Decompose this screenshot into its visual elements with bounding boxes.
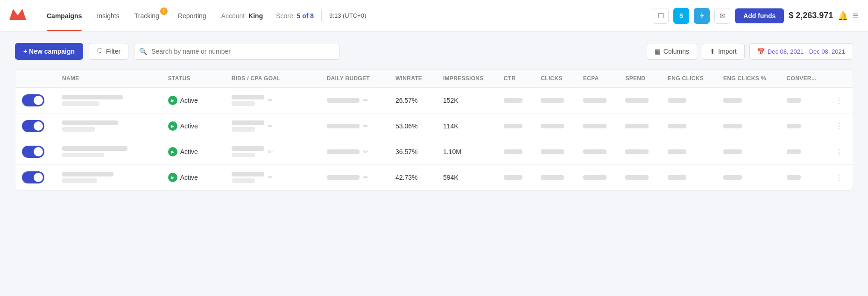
row3-ctr-cell <box>497 139 534 165</box>
filter-icon: ⛉ <box>97 48 103 55</box>
col-actions <box>829 70 853 88</box>
col-header-ctr: CTR <box>497 70 534 88</box>
columns-button[interactable]: ▦ Columns <box>647 43 697 60</box>
row2-eng-clicks-pct-cell <box>717 113 780 139</box>
row3-budget-edit-icon[interactable]: ✏ <box>363 148 368 155</box>
nav-campaigns[interactable]: Campaigns <box>39 1 89 31</box>
row4-eng-clicks-pct-cell <box>717 165 780 190</box>
search-icon: 🔍 <box>139 48 147 55</box>
add-funds-button[interactable]: Add funds <box>735 8 784 23</box>
row2-ecpa-cell <box>577 113 619 139</box>
row2-spend-cell <box>619 113 661 139</box>
filter-button[interactable]: ⛉ Filter <box>89 43 128 60</box>
row4-status-cell: Active <box>162 165 225 190</box>
table-row: Active ✏ <box>15 139 853 165</box>
row3-toggle-cell <box>15 139 56 165</box>
nav-reporting[interactable]: Reporting <box>170 1 214 31</box>
row1-eng-clicks-cell <box>661 88 717 113</box>
row3-impressions: 1.10M <box>443 148 461 155</box>
row4-more-cell: ⋮ <box>829 165 853 190</box>
row2-more-icon[interactable]: ⋮ <box>835 122 843 130</box>
screen-icon-btn[interactable]: ☐ <box>653 8 669 24</box>
row2-conv-cell <box>780 113 829 139</box>
col-header-conversions: CONVER... <box>780 70 829 88</box>
row2-name-cell <box>56 113 162 139</box>
row2-ctr-cell <box>497 113 534 139</box>
main-content: + New campaign ⛉ Filter 🔍 ▦ Columns ⬆ Im… <box>0 32 868 202</box>
row3-ecpa-cell <box>577 139 619 165</box>
row2-bids-cell: ✏ <box>225 113 320 139</box>
row1-bids-cell: ✏ <box>225 88 320 113</box>
telegram-btn[interactable]: ✈ <box>694 8 710 24</box>
import-button[interactable]: ⬆ Import <box>702 43 745 60</box>
header-right: ☐ S ✈ ✉ Add funds $ 2,263.971 🔔 ≡ <box>653 8 859 24</box>
row3-spend-cell <box>619 139 661 165</box>
row4-name-cell <box>56 165 162 190</box>
row1-status-cell: Active <box>162 88 225 113</box>
row4-budget-edit-icon[interactable]: ✏ <box>363 174 368 181</box>
logo <box>9 9 26 22</box>
date-range-button[interactable]: 📅 Dec 08, 2021 - Dec 08, 2021 <box>749 43 853 60</box>
row1-more-icon[interactable]: ⋮ <box>835 97 843 105</box>
row1-toggle-cell <box>15 88 56 113</box>
row1-toggle[interactable] <box>22 94 44 106</box>
nav-insights[interactable]: Insights <box>89 1 127 31</box>
nav-tracking[interactable]: Tracking ! <box>127 1 170 31</box>
row3-eng-clicks-pct-cell <box>717 139 780 165</box>
row4-bids-edit-icon[interactable]: ✏ <box>268 174 273 181</box>
col-header-status: STATUS <box>162 70 225 88</box>
skype-btn[interactable]: S <box>673 8 689 24</box>
email-btn[interactable]: ✉ <box>714 8 730 24</box>
row2-winrate: 53.06% <box>395 122 417 130</box>
row4-winrate-cell: 42.73% <box>389 165 437 190</box>
search-input[interactable] <box>134 43 339 60</box>
col-header-winrate: WINRATE <box>389 70 437 88</box>
col-header-spend: SPEND <box>619 70 661 88</box>
score-value: 5 of 8 <box>297 12 314 20</box>
row2-toggle-cell <box>15 113 56 139</box>
new-campaign-button[interactable]: + New campaign <box>15 43 83 60</box>
row2-winrate-cell: 53.06% <box>389 113 437 139</box>
row4-more-icon[interactable]: ⋮ <box>835 174 843 182</box>
calendar-icon: 📅 <box>757 48 765 55</box>
menu-icon[interactable]: ≡ <box>853 10 859 21</box>
row2-budget-edit-icon[interactable]: ✏ <box>363 123 368 129</box>
col-header-bids: BIDS / CPA GOAL <box>225 70 320 88</box>
row3-bids-cell: ✏ <box>225 139 320 165</box>
row3-winrate-cell: 36.57% <box>389 139 437 165</box>
toolbar: + New campaign ⛉ Filter 🔍 ▦ Columns ⬆ Im… <box>15 43 853 60</box>
row4-ecpa-cell <box>577 165 619 190</box>
row1-status-label: Active <box>180 97 198 104</box>
row2-eng-clicks-cell <box>661 113 717 139</box>
col-header-name: NAME <box>56 70 162 88</box>
svg-marker-0 <box>9 9 26 20</box>
row4-toggle-cell <box>15 165 56 190</box>
row3-status-cell: Active <box>162 139 225 165</box>
row3-more-icon[interactable]: ⋮ <box>835 148 843 156</box>
row1-budget-edit-icon[interactable]: ✏ <box>363 97 368 104</box>
row1-bids-edit-icon[interactable]: ✏ <box>268 97 273 104</box>
import-icon: ⬆ <box>710 48 715 55</box>
row3-toggle[interactable] <box>22 146 44 158</box>
row4-status-dot <box>168 173 177 182</box>
skype-icon: S <box>679 12 684 19</box>
row1-more-cell: ⋮ <box>829 88 853 113</box>
row1-clicks-cell <box>534 88 577 113</box>
row1-winrate: 26.57% <box>395 97 417 104</box>
row2-bids-edit-icon[interactable]: ✏ <box>268 123 273 129</box>
row2-toggle[interactable] <box>22 120 44 132</box>
row4-impressions-cell: 594K <box>437 165 497 190</box>
row4-budget-cell: ✏ <box>320 165 389 190</box>
row3-impressions-cell: 1.10M <box>437 139 497 165</box>
row4-toggle[interactable] <box>22 171 44 183</box>
row3-bids-edit-icon[interactable]: ✏ <box>268 148 273 155</box>
telegram-icon: ✈ <box>699 12 705 19</box>
col-header-impressions: IMPRESSIONS <box>437 70 497 88</box>
balance-display: $ 2,263.971 <box>789 11 833 21</box>
row1-conv-cell <box>780 88 829 113</box>
row4-bids-cell: ✏ <box>225 165 320 190</box>
row3-winrate: 36.57% <box>395 148 417 155</box>
row1-name-cell <box>56 88 162 113</box>
col-header-ecpa: eCPA <box>577 70 619 88</box>
bell-icon[interactable]: 🔔 <box>838 11 848 21</box>
